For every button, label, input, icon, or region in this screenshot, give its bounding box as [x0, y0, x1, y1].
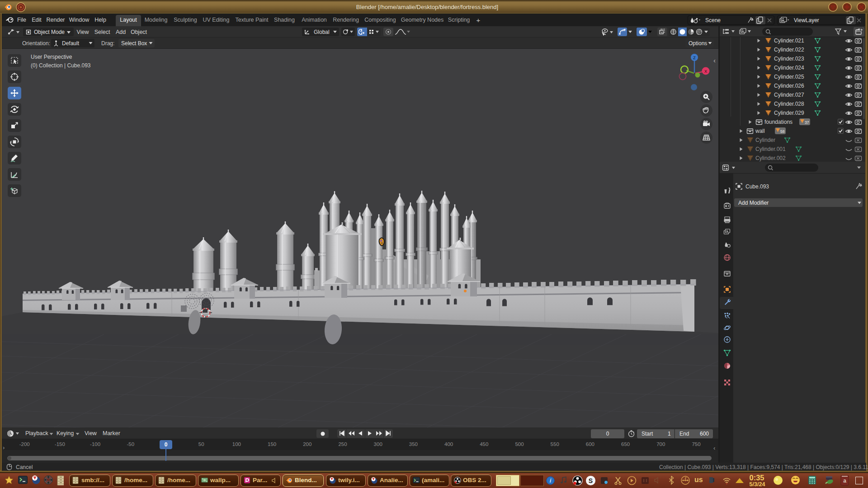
- svg-text:X: X: [704, 69, 707, 74]
- svg-text:Z: Z: [693, 56, 696, 60]
- svg-text:i: i: [550, 477, 552, 484]
- svg-text:a: a: [843, 478, 846, 484]
- svg-text:S: S: [589, 477, 593, 484]
